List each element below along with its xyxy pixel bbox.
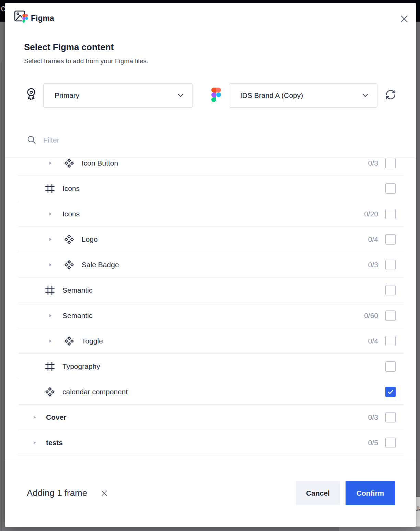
dialog-footer: Adding 1 frame Cancel Confirm xyxy=(5,459,416,527)
component-icon xyxy=(45,386,55,397)
refresh-icon[interactable] xyxy=(384,88,397,101)
row-checkbox[interactable] xyxy=(385,387,396,397)
list-row[interactable]: Sale Badge0/3 xyxy=(19,252,404,278)
frame-icon xyxy=(45,183,55,194)
chevron-right-icon[interactable] xyxy=(33,440,36,445)
row-count: 0/60 xyxy=(364,312,378,320)
search-icon xyxy=(27,135,36,145)
filter-input[interactable] xyxy=(43,132,250,149)
page-title: Select Figma content xyxy=(24,42,114,53)
row-checkbox[interactable] xyxy=(385,361,396,372)
row-count: 0/3 xyxy=(368,159,378,167)
page-subtitle: Select frames to add from your Figma fil… xyxy=(24,57,148,65)
confirm-button[interactable]: Confirm xyxy=(346,481,395,505)
chevron-right-icon[interactable] xyxy=(49,161,52,166)
list-row[interactable]: Icons xyxy=(19,176,404,201)
chevron-right-icon[interactable] xyxy=(49,313,52,318)
cancel-button[interactable]: Cancel xyxy=(296,481,340,505)
chevron-right-icon[interactable] xyxy=(49,339,52,343)
list-row[interactable]: tests0/5 xyxy=(19,430,404,455)
frame-icon xyxy=(45,285,55,295)
row-label: tests xyxy=(46,439,63,447)
close-button[interactable] xyxy=(398,13,410,25)
chevron-right-icon[interactable] xyxy=(49,212,52,216)
row-checkbox[interactable] xyxy=(385,158,396,168)
row-checkbox[interactable] xyxy=(385,285,396,295)
team-select[interactable]: Primary xyxy=(43,83,193,108)
selection-status: Adding 1 frame xyxy=(27,488,87,498)
row-label: Icon Button xyxy=(82,159,118,167)
row-checkbox[interactable] xyxy=(385,234,396,245)
row-count: 0/4 xyxy=(368,337,378,345)
list-row[interactable]: Semantic0/60 xyxy=(19,303,404,328)
chevron-down-icon xyxy=(362,94,368,98)
figma-logo-mini xyxy=(22,14,28,23)
row-label: Icons xyxy=(62,184,80,193)
list-row[interactable]: Icon Button0/3 xyxy=(19,158,404,176)
file-select[interactable]: IDS Brand A (Copy) xyxy=(229,83,377,108)
chevron-right-icon[interactable] xyxy=(33,415,36,420)
list-row[interactable]: Typography xyxy=(19,354,404,379)
row-label: Cover xyxy=(46,413,67,421)
row-checkbox[interactable] xyxy=(385,183,396,194)
row-checkbox[interactable] xyxy=(385,310,396,321)
dialog-title: Figma xyxy=(31,14,54,23)
background-panel-edge xyxy=(1,61,2,531)
list-row[interactable]: Toggle0/4 xyxy=(19,328,404,354)
row-label: Toggle xyxy=(82,337,103,345)
row-checkbox[interactable] xyxy=(385,260,396,270)
list-row[interactable]: calendar component xyxy=(19,379,404,405)
row-count: 0/5 xyxy=(368,439,378,447)
figma-logo-icon xyxy=(211,88,221,102)
row-count: 0/20 xyxy=(364,210,378,218)
row-count: 0/3 xyxy=(368,261,378,269)
row-checkbox[interactable] xyxy=(385,209,396,219)
list-row[interactable]: Icons0/20 xyxy=(19,201,404,227)
chevron-right-icon[interactable] xyxy=(49,262,52,267)
row-checkbox[interactable] xyxy=(385,438,396,448)
background-clipped-text: ec xyxy=(0,3,5,17)
row-label: Semantic xyxy=(62,286,93,294)
list-row[interactable]: Logo0/4 xyxy=(19,227,404,252)
component-icon xyxy=(64,259,74,270)
chevron-down-icon xyxy=(178,94,184,98)
row-label: Logo xyxy=(82,235,98,244)
file-select-value: IDS Brand A (Copy) xyxy=(240,91,303,100)
row-label: Icons xyxy=(62,210,80,218)
frame-icon xyxy=(45,361,55,372)
list-row[interactable]: Semantic xyxy=(19,278,404,303)
team-select-value: Primary xyxy=(55,91,79,100)
row-count: 0/4 xyxy=(368,235,378,244)
component-icon xyxy=(64,234,74,245)
list-row[interactable]: Cover0/3 xyxy=(19,405,404,430)
row-checkbox[interactable] xyxy=(385,412,396,422)
team-badge-icon xyxy=(25,87,37,102)
row-label: Sale Badge xyxy=(82,261,119,269)
row-label: Typography xyxy=(62,362,100,371)
component-icon xyxy=(64,158,74,168)
row-count: 0/3 xyxy=(368,413,378,421)
component-icon xyxy=(64,336,74,346)
chevron-right-icon[interactable] xyxy=(49,237,52,242)
frame-tree-list: Icon Button0/3IconsIcons0/20Logo0/4Sale … xyxy=(5,158,416,459)
row-label: calendar component xyxy=(62,388,128,396)
clear-selection-icon[interactable] xyxy=(99,488,110,499)
figma-image-icon xyxy=(14,10,27,23)
row-label: Semantic xyxy=(62,312,93,320)
figma-content-dialog: Figma Select Figma content Select frames… xyxy=(5,3,416,527)
row-checkbox[interactable] xyxy=(385,336,396,346)
background-clipped-text-bottom: ua xyxy=(416,497,420,527)
